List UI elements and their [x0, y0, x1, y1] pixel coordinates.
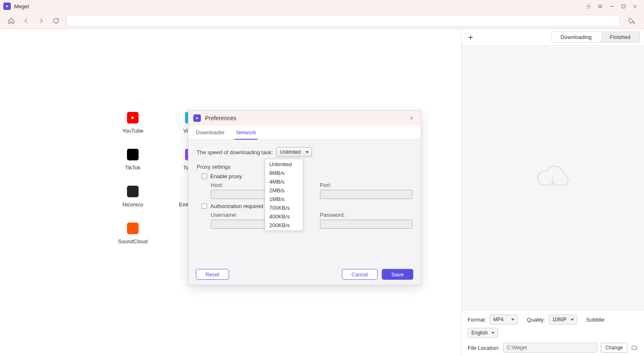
dialog-tabs: Downloader Network	[188, 126, 421, 140]
change-location-button[interactable]: Change	[601, 343, 627, 353]
cancel-button[interactable]: Cancel	[342, 269, 378, 280]
speed-select[interactable]: Unlimited	[276, 147, 312, 157]
speed-option[interactable]: 400KB/s	[265, 212, 303, 221]
home-button[interactable]	[7, 16, 16, 25]
site-icon	[127, 112, 139, 124]
authorization-checkbox[interactable]	[202, 203, 207, 209]
site-icon	[127, 186, 139, 197]
dialog-titlebar: Preferences	[188, 111, 421, 126]
site-icon	[127, 223, 139, 234]
site-label: TikTok	[125, 165, 140, 171]
speed-option[interactable]: 4MB/s	[265, 177, 303, 186]
window-minimize-button[interactable]	[606, 0, 617, 12]
save-button[interactable]: Save	[382, 269, 413, 280]
site-label: SoundCloud	[118, 238, 148, 245]
site-item-soundcloud[interactable]: SoundCloud	[108, 223, 158, 245]
proxy-section-title: Proxy settings	[197, 164, 412, 170]
dialog-title: Preferences	[205, 115, 236, 121]
subtitle-select[interactable]: English	[468, 328, 498, 338]
browser-content-area: YouTubeVimeoTikTokTwitchNiconicoℰEinthus…	[0, 29, 461, 356]
file-location-input[interactable]: C:\Meget	[503, 343, 598, 353]
cloud-download-icon	[533, 162, 573, 194]
subtitle-label: Subtitle:	[586, 317, 606, 323]
speed-option[interactable]: 2MB/s	[265, 186, 303, 195]
download-panel: ＋ Downloading Finished Format: MP4 Quali…	[461, 29, 644, 356]
enable-proxy-checkbox[interactable]	[202, 174, 207, 179]
quality-select[interactable]: 1080P	[549, 315, 577, 325]
dialog-app-icon	[193, 114, 201, 122]
window-close-button[interactable]	[629, 0, 641, 12]
speed-option[interactable]: 1MB/s	[265, 195, 303, 203]
back-button[interactable]	[22, 16, 31, 25]
site-item-tiktok[interactable]: TikTok	[108, 149, 158, 171]
tab-downloading[interactable]: Downloading	[551, 32, 601, 42]
site-label: YouTube	[122, 128, 143, 134]
forward-button[interactable]	[37, 16, 46, 25]
speed-option[interactable]: Unlimited	[265, 160, 303, 169]
file-location-label: File Location:	[468, 345, 500, 351]
title-bar: Meget	[0, 0, 644, 12]
password-label: Password:	[320, 212, 412, 218]
format-label: Format:	[468, 317, 486, 323]
speed-option[interactable]: 700KB/s	[265, 203, 303, 212]
password-input[interactable]	[320, 220, 412, 229]
port-input[interactable]	[320, 190, 412, 199]
site-icon	[127, 149, 139, 160]
svg-point-0	[588, 5, 589, 7]
add-download-button[interactable]: ＋	[466, 33, 475, 42]
speed-dropdown-list: Unlimited8MB/s4MB/s2MB/s1MB/s700KB/s400K…	[265, 159, 303, 231]
svg-rect-5	[622, 5, 625, 8]
quality-label: Quality:	[527, 317, 545, 323]
app-logo-icon	[3, 2, 11, 10]
tab-downloader[interactable]: Downloader	[190, 126, 230, 139]
reset-button[interactable]: Reset	[196, 269, 229, 280]
menu-icon[interactable]	[594, 0, 606, 12]
tab-finished[interactable]: Finished	[601, 32, 639, 42]
url-input[interactable]	[66, 15, 620, 27]
port-label: Port:	[320, 182, 412, 188]
tab-network[interactable]: Network	[230, 126, 262, 139]
site-label: Niconico	[122, 201, 143, 208]
window-maximize-button[interactable]	[617, 0, 629, 12]
format-select[interactable]: MP4	[490, 315, 518, 325]
speed-label: The speed of downloading task:	[197, 149, 273, 155]
reload-button[interactable]	[51, 16, 61, 25]
app-title: Meget	[14, 3, 29, 10]
settings-gear-icon[interactable]	[583, 0, 594, 12]
authorization-label: Authorization required	[210, 203, 263, 209]
site-item-youtube[interactable]: YouTube	[108, 112, 158, 134]
dialog-close-button[interactable]	[407, 114, 416, 122]
preferences-dialog: Preferences Downloader Network The speed…	[188, 110, 421, 285]
enable-proxy-label: Enable proxy	[210, 173, 242, 179]
browser-toolbar	[0, 12, 644, 29]
paint-bucket-icon[interactable]	[626, 15, 637, 27]
speed-option[interactable]: 8MB/s	[265, 169, 303, 177]
open-folder-icon[interactable]	[631, 344, 638, 351]
site-item-niconico[interactable]: Niconico	[108, 186, 158, 208]
speed-option[interactable]: 200KB/s	[265, 221, 303, 230]
